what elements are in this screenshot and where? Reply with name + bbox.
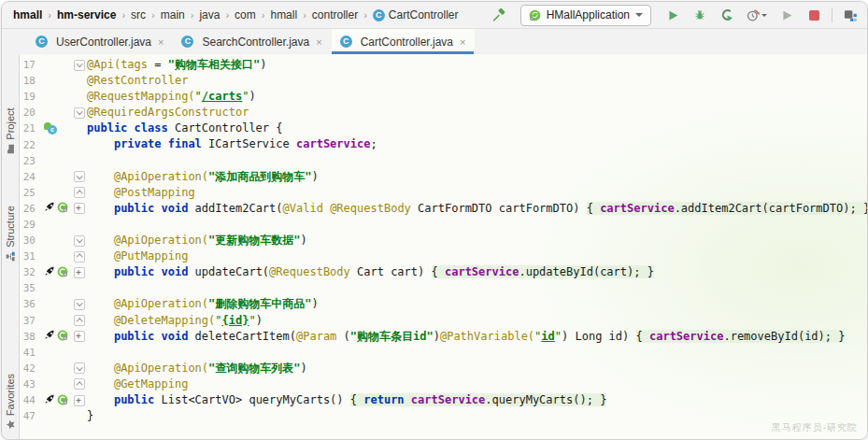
code-text[interactable]: public void updateCart(@RequestBody Cart… — [87, 264, 867, 280]
build-hammer-icon[interactable] — [490, 6, 508, 24]
line-number[interactable]: 44 — [20, 392, 44, 408]
code-text[interactable]: private final ICartService cartService; — [87, 136, 867, 152]
fold-marker-icon[interactable] — [74, 171, 85, 182]
tab-CartController.java[interactable]: CCartController.java× — [332, 29, 476, 54]
spring-bean-method-icon[interactable] — [57, 200, 68, 217]
line-number[interactable]: 41 — [20, 345, 44, 361]
line-number[interactable]: 21 — [20, 121, 44, 136]
rocket-icon[interactable] — [44, 200, 56, 217]
sidebar-item-project[interactable]: Project — [5, 96, 16, 165]
code-text[interactable]: @Api(tags = "购物车相关接口") — [87, 57, 867, 73]
tab-SearchController.java[interactable]: CSearchController.java× — [173, 29, 331, 54]
code-editor[interactable]: 17@Api(tags = "购物车相关接口")18@RestControlle… — [20, 54, 867, 439]
run-with-coverage-icon[interactable] — [718, 6, 736, 24]
sidebar-item-favorites[interactable]: Favorites — [5, 367, 16, 436]
fold-marker-icon[interactable] — [74, 362, 85, 374]
code-text[interactable]: @ApiOperation("删除购物车中商品") — [87, 296, 867, 312]
breadcrumb-item-src[interactable]: src — [129, 7, 148, 22]
profiler-icon[interactable] — [745, 6, 769, 24]
fold-marker-icon[interactable] — [74, 235, 85, 247]
line-number[interactable]: 19 — [20, 89, 44, 105]
rocket-icon[interactable] — [44, 392, 56, 409]
line-number[interactable]: 30 — [20, 233, 44, 248]
line-number[interactable]: 31 — [20, 248, 44, 264]
spring-bean-method-icon[interactable] — [57, 392, 68, 409]
fold-marker-icon[interactable] — [74, 267, 85, 278]
chevron-down-icon[interactable] — [761, 14, 767, 17]
sidebar-item-structure[interactable]: Structure — [5, 199, 16, 268]
code-token: ( — [336, 330, 349, 343]
rocket-icon[interactable] — [44, 264, 56, 281]
breadcrumb-item-com[interactable]: com — [233, 7, 258, 22]
fold-marker-icon[interactable] — [74, 203, 85, 214]
code-text[interactable]: public void deleteCartItem(@Param ("购物车条… — [87, 329, 867, 345]
fold-marker-icon[interactable] — [74, 187, 85, 198]
fold-marker-icon[interactable] — [74, 395, 85, 406]
code-text[interactable]: @ApiOperation("更新购物车数据") — [87, 233, 867, 248]
stop-icon[interactable] — [804, 6, 823, 24]
code-line-29: 29 — [20, 217, 867, 233]
breadcrumb-item-hmall[interactable]: hmall — [268, 7, 299, 22]
breadcrumb-item-hm-service[interactable]: hm-service — [55, 7, 118, 22]
line-number[interactable]: 23 — [20, 153, 44, 169]
code-token: @ApiOperation( — [114, 170, 208, 183]
code-text[interactable]: public List<CartVO> queryMyCarts() { ret… — [87, 392, 867, 408]
line-number[interactable]: 43 — [20, 376, 44, 392]
fold-marker-icon[interactable] — [74, 378, 85, 390]
code-text[interactable]: @GetMapping — [87, 376, 867, 392]
run-configuration-select[interactable]: HMallApplication — [520, 5, 651, 26]
tab-UserController.java[interactable]: CUserController.java× — [27, 29, 173, 54]
fold-marker-icon[interactable] — [74, 251, 85, 263]
fold-column — [72, 315, 87, 326]
breadcrumb-item-java[interactable]: java — [197, 7, 221, 22]
line-number[interactable]: 32 — [20, 264, 44, 280]
run-icon[interactable] — [663, 6, 682, 24]
line-number[interactable]: 25 — [20, 185, 44, 201]
breadcrumb-separator: › — [302, 9, 307, 21]
chevron-down-icon — [635, 13, 643, 17]
spring-bean-class-icon[interactable] — [44, 122, 57, 135]
fold-marker-icon[interactable] — [74, 315, 85, 326]
code-text[interactable]: @PutMapping — [87, 248, 867, 264]
line-number[interactable]: 24 — [20, 169, 44, 185]
rocket-icon[interactable] — [44, 328, 56, 345]
code-text[interactable]: @PostMapping — [87, 185, 867, 201]
close-icon[interactable]: × — [316, 36, 321, 48]
line-number[interactable]: 20 — [20, 105, 44, 121]
code-text[interactable]: public class CartController { — [87, 121, 867, 136]
code-text[interactable]: } — [87, 408, 867, 424]
close-icon[interactable]: × — [158, 36, 164, 48]
line-number[interactable]: 26 — [20, 201, 44, 217]
fold-marker-icon[interactable] — [74, 331, 85, 342]
line-number[interactable]: 17 — [20, 57, 44, 73]
line-number[interactable]: 37 — [20, 313, 44, 329]
line-number[interactable]: 36 — [20, 296, 44, 312]
code-text[interactable]: public void addItem2Cart(@Valid @Request… — [87, 201, 867, 217]
code-text[interactable]: @RequiredArgsConstructor — [87, 105, 867, 121]
spring-bean-method-icon[interactable] — [57, 328, 68, 345]
fold-marker-icon[interactable] — [74, 60, 85, 71]
line-number[interactable]: 42 — [20, 361, 44, 376]
line-number[interactable]: 29 — [20, 217, 44, 233]
line-number[interactable]: 47 — [20, 408, 44, 424]
code-text[interactable]: @RestController — [87, 73, 867, 89]
debug-icon[interactable] — [690, 6, 709, 24]
tab-label: UserController.java — [56, 35, 151, 49]
line-number[interactable]: 22 — [20, 137, 44, 153]
breadcrumb-item-hmall[interactable]: hmall — [11, 7, 44, 22]
breadcrumb-item-controller[interactable]: controller — [310, 7, 360, 22]
code-text[interactable]: @ApiOperation("添加商品到购物车") — [87, 169, 867, 185]
close-icon[interactable]: × — [460, 36, 465, 48]
fold-marker-icon[interactable] — [74, 299, 85, 310]
line-number[interactable]: 35 — [20, 280, 44, 296]
fold-marker-icon[interactable] — [74, 107, 85, 119]
breadcrumb-item-main[interactable]: main — [159, 7, 187, 22]
code-text[interactable]: @RequestMapping("/carts") — [87, 89, 867, 105]
line-number[interactable]: 18 — [20, 73, 44, 89]
breadcrumb-item-CartController[interactable]: CCartController — [371, 7, 461, 22]
line-number[interactable]: 38 — [20, 329, 44, 345]
spring-bean-method-icon[interactable] — [57, 264, 68, 281]
code-text[interactable]: @ApiOperation("查询购物车列表") — [87, 361, 867, 376]
code-text[interactable]: @DeleteMapping("{id}") — [87, 313, 867, 329]
tool-windows-icon[interactable] — [841, 6, 860, 24]
